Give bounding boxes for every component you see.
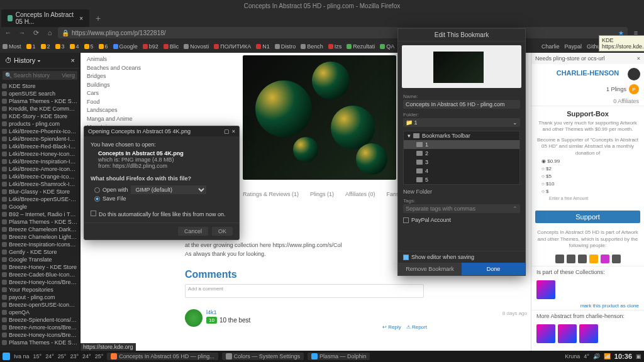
history-item[interactable]: Breeze-Cadet-Blue-Icons/Bree (0, 271, 80, 278)
desktop-pager[interactable]: 25° (58, 353, 67, 359)
tray-icon[interactable]: 📶 (604, 353, 611, 359)
remove-bookmark-button[interactable]: Remove Bookmark (398, 263, 462, 275)
bookmark-item[interactable]: 6 (99, 43, 108, 50)
reload-button[interactable]: ⟳ (30, 27, 42, 38)
category-link[interactable]: Cars (87, 89, 162, 98)
history-item[interactable]: KDE-Story - KDE Store (0, 112, 80, 120)
bookmark-item[interactable]: 2 (41, 43, 50, 50)
bookmark-item[interactable]: N1 (256, 43, 270, 50)
collection-thumb[interactable] (536, 280, 555, 299)
history-item[interactable]: L4ki/Breeze-Shamrock-Icons: (0, 180, 80, 188)
desktop-pager[interactable]: 15° (33, 353, 42, 359)
amount-option[interactable]: ◉ $0.99 (541, 158, 634, 165)
history-item[interactable]: L4ki/Breeze-Inspiration-Icons (0, 158, 80, 165)
amount-option[interactable]: ○ $5 (541, 173, 634, 180)
home-button[interactable]: ⌂ (44, 27, 55, 38)
history-item[interactable]: products - pling.com (0, 120, 80, 128)
more-thumb[interactable] (558, 324, 577, 343)
back-button[interactable]: ← (3, 27, 14, 38)
comment-input[interactable]: Add a comment (185, 284, 424, 298)
history-item[interactable]: Breeze-openSUSE-Icons/Breez (0, 301, 80, 309)
category-link[interactable]: Food (87, 98, 162, 107)
category-link[interactable]: Buildings (87, 81, 162, 90)
comment-user[interactable]: l4k1 (206, 309, 250, 315)
history-item[interactable]: Breeze Chameleon Light - KDE (0, 233, 80, 241)
history-item[interactable]: Your Repositories (0, 286, 80, 293)
history-item[interactable]: L4ki/Breeze-Phoenix-Icons: Ic (0, 128, 80, 135)
history-item[interactable]: Plasma Themes - KDE Store (0, 218, 80, 226)
desktop-pager[interactable]: 24° (45, 353, 54, 359)
tab-affiliates[interactable]: Affiliates (0) (345, 191, 375, 197)
close-tab-icon[interactable]: × (79, 15, 83, 22)
bookmark-item[interactable]: Novosti (184, 43, 209, 50)
amount-option[interactable]: ○ $10 (541, 180, 634, 188)
history-item[interactable]: Breeze-Honey-Icons/Breeze-H (0, 331, 80, 339)
history-item[interactable]: L4ki/Breeze-Honey-Icons: Icon (0, 150, 80, 158)
app-select[interactable]: GIMP (default) (131, 185, 206, 194)
app-launcher-icon[interactable] (3, 353, 10, 360)
bookmark-item[interactable]: 4 (70, 43, 79, 50)
tree-node[interactable]: ▾ Bookmarks Toolbar (404, 131, 519, 140)
history-item[interactable]: L4ki/Breeze-Amore-Icons: Icon (0, 165, 80, 173)
close-sidebar-icon[interactable]: × (71, 57, 75, 64)
bookmark-item[interactable]: Charlie (541, 43, 560, 50)
close-icon[interactable]: × (232, 128, 235, 134)
history-item[interactable]: L4ki/Breeze-Orange-Icons: Ico (0, 173, 80, 180)
cancel-button[interactable]: Cancel (178, 227, 208, 236)
url-bar[interactable]: 🔒 https://www.pling.com/p/1322818/ ★ (58, 27, 628, 38)
task-settings[interactable]: Colors — System Settings (222, 353, 304, 360)
new-folder-link[interactable]: New Folder (398, 187, 525, 196)
clock[interactable]: 10:36 (614, 353, 632, 360)
bookmark-item[interactable]: QA (380, 43, 394, 50)
category-link[interactable]: Animals (87, 55, 162, 64)
history-item[interactable]: L4ki/Breeze-openSUSE-Icons: (0, 195, 80, 203)
amount-option[interactable]: ○ $2 (541, 165, 634, 173)
category-link[interactable]: Landscapes (87, 106, 162, 115)
more-thumb[interactable] (536, 324, 555, 343)
history-item[interactable]: Breeze-Honey-Icons/Breeze-H (0, 278, 80, 286)
history-item[interactable]: L4ki/Breeze-Spiendent-Icons: (0, 135, 80, 143)
done-button[interactable]: Done (462, 263, 525, 275)
auto-checkbox[interactable] (91, 211, 96, 216)
bookmark-item[interactable]: Distro (275, 43, 296, 50)
history-item[interactable]: B92 – Internet, Radio i TV stani (0, 211, 80, 218)
history-item[interactable]: L4ki/Breeze-Red-Black-Icons: (0, 143, 80, 150)
history-item[interactable]: Kreddit, the KDE Community o (0, 105, 80, 112)
bookmark-item[interactable]: 5 (84, 43, 94, 50)
forward-button[interactable]: → (16, 27, 28, 38)
save-file-radio[interactable]: Save File (94, 195, 229, 202)
reply-link[interactable]: ↩ Reply (382, 324, 401, 330)
bookmark-item[interactable]: 1 (26, 43, 36, 50)
tags-input[interactable]: Separate tags with commas⌃ (403, 204, 520, 213)
history-item[interactable]: Breeze-Spiendent-Icons/Breez (0, 316, 80, 324)
clone-link[interactable]: mark this product as clone (531, 302, 644, 310)
category-link[interactable]: Bridges (87, 72, 162, 81)
name-input[interactable]: Concepts In Abstract 05 HD - pling.com (403, 100, 520, 109)
amount-option[interactable]: ○ $ (541, 188, 634, 195)
desktop-pager[interactable]: 24° (82, 353, 91, 359)
support-button[interactable]: Support (535, 211, 640, 223)
history-item[interactable]: openSUSE search (0, 90, 80, 97)
paypal-checkbox[interactable] (403, 217, 409, 223)
desktop-pager[interactable]: 23° (70, 353, 79, 359)
ok-button[interactable]: OK (212, 227, 233, 236)
bookmark-item[interactable]: Blic (164, 43, 179, 50)
weather-widget[interactable]: 4° (584, 353, 589, 359)
bookmark-item[interactable]: Most (3, 43, 21, 50)
new-tab-button[interactable]: + (91, 13, 106, 23)
category-link[interactable]: Beaches and Oceans (87, 64, 162, 73)
history-item[interactable]: Plasma Themes - KDE Store (0, 339, 80, 346)
history-item[interactable]: Google Translate (0, 256, 80, 263)
history-item[interactable]: Breeze-Inspiration-Icons/Bree (0, 241, 80, 248)
bookmark-item[interactable]: Paypal (564, 43, 582, 50)
browser-tab[interactable]: Concepts In Abstract 05 H... × (1, 9, 89, 27)
more-thumb[interactable] (579, 324, 598, 343)
tree-node[interactable]: 2 (404, 149, 519, 158)
tree-node[interactable]: 4 (404, 167, 519, 175)
tree-node[interactable]: 1 (404, 140, 519, 149)
bookmark-item[interactable]: Rezultati (347, 43, 375, 50)
tab-ratings[interactable]: Ratings & Reviews (1) (243, 191, 299, 197)
history-search-input[interactable]: 🔍 Search history Vierg (3, 71, 77, 80)
bookmark-item[interactable]: 3 (55, 43, 65, 50)
bookmark-item[interactable]: Bench (301, 43, 323, 50)
